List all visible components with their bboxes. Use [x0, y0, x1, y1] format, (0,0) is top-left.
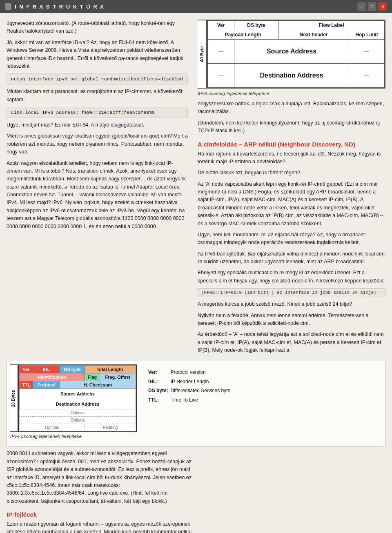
- para-2: Jó, akkor mi van az Interface ID-val? Az…: [7, 39, 188, 71]
- ipv6-byte-label: 40 Byte: [198, 20, 207, 89]
- ipv4-sourceaddr: Source Address: [20, 389, 136, 399]
- right-column: 40 Byte Ver DS byte Flow Label Payload L…: [194, 20, 385, 358]
- ipv6-cell-destaddr: Destination Address: [234, 64, 349, 88]
- ipv6-caption: IPv6-csomag fejlécének felépítése: [198, 91, 385, 96]
- ipv4-row-5: Destination Address: [20, 399, 136, 409]
- ipv4-options-2: Options: [20, 417, 136, 424]
- ipv4-flag: Flag: [85, 373, 100, 381]
- para-1: úgynevezett zónaazonosító. (A route-tábl…: [7, 20, 188, 36]
- ipv4-identification: Identification: [20, 373, 85, 381]
- right-para-2: (Gondolom, nem kell külön kihangsúlyozno…: [198, 119, 385, 135]
- ipv6-cell-nextheader: Next header: [278, 30, 349, 40]
- title-bar: I N F R A S T R U K T Ú R A — □ ✕: [0, 0, 392, 13]
- bottom-section: 20 Bytes Ver IHL DS byte total Length Id…: [0, 361, 392, 533]
- legend-val-ihl: IP Header Length: [171, 377, 233, 386]
- left-column: úgynevezett zónaazonosító. (A route-tábl…: [7, 20, 194, 358]
- right-para-1: négyszeresükre nőttek, a fejléc csak a d…: [198, 100, 385, 116]
- ipv4-row-4: Source Address: [20, 389, 136, 399]
- ipv6-cell-sourceaddr: Source Address: [234, 40, 349, 64]
- section-heading-arp: A címfeloldás – ARP nélkül (Neighbour Di…: [198, 141, 385, 148]
- ipv4-wrapper: 20 Bytes Ver IHL DS byte total Length Id…: [10, 364, 137, 432]
- arp-para-5: Az IPv6-ban újítottak. Bár eljátszhatták…: [198, 250, 385, 266]
- minimize-button[interactable]: —: [357, 2, 366, 11]
- legend-val-ver: Protocol version: [171, 368, 233, 377]
- arp-para-4: Ugye, nem kell mondanom, mi az eljárás h…: [198, 231, 385, 247]
- ipv6-table: Ver DS byte Flow Label Payload Length Ne…: [207, 20, 385, 89]
- code-block-1: netsh interface ipv6 set global randomiz…: [7, 73, 188, 84]
- ipv4-ihl: IHL: [33, 366, 60, 373]
- ipv4-options-3: Options Padding: [20, 424, 136, 431]
- ipv4-section: 20 Bytes Ver IHL DS byte total Length Id…: [7, 361, 385, 446]
- ipv6-row-3: — Source Address —: [208, 40, 385, 64]
- para-3: Miután kiadtam ezt a parancsot, és megúj…: [7, 88, 188, 104]
- window-controls: — □ ✕: [357, 2, 387, 11]
- ipv6-cell-dash4: —: [349, 64, 385, 88]
- close-button[interactable]: ✕: [378, 2, 387, 11]
- ipv4-destaddr: Destination Address: [20, 399, 136, 409]
- legend-key-dsbyte: DS byte:: [148, 386, 171, 395]
- arp-para-2: De előtte lássuk azt, hogyan is történt …: [198, 169, 385, 177]
- arp-para-3: Az 'A' node kapcsolatba akart lépni egy …: [198, 180, 385, 228]
- code-block-2: Link-local IPv6 Address: fe80::21e:8cff:…: [7, 107, 188, 118]
- ipv4-caption: IPv4-csomag fejlécének felépítése: [10, 434, 137, 439]
- ipv4-row-2: Identification Flag Frag. Offset: [20, 373, 136, 381]
- legend-key-ttl: TTL:: [148, 395, 171, 404]
- arp-para2-1: A megértés kulcsa a jobb szélső mező. Ki…: [198, 300, 385, 308]
- legend-table: Ver: Protocol version IHL: IP Header Len…: [148, 368, 233, 404]
- bottom-right: [200, 450, 385, 533]
- ipv4-diagram-col: 20 Bytes Ver IHL DS byte total Length Id…: [10, 364, 137, 443]
- arp-para2-3: Az érdeklődő – 'A' – node tehát legyártj…: [198, 331, 385, 354]
- ipv6-cell-dash1: —: [208, 40, 234, 64]
- bottom-left: 0000 0011 subnetben vagyok, akkor mi les…: [7, 450, 192, 533]
- legend-key-ver: Ver:: [148, 368, 171, 377]
- para-6: Aztán nagyon elszaladtunk amellett, hogy…: [7, 160, 188, 231]
- ipv4-byte-label: 20 Bytes: [10, 364, 18, 432]
- ipv4-fragoffset: Frag. Offset: [100, 373, 136, 381]
- app-icon: [5, 3, 11, 10]
- ipv4-row-1: Ver IHL DS byte total Length: [20, 366, 136, 373]
- ipv4-protocol: Protocol: [33, 381, 60, 389]
- ipv4-table: Ver IHL DS byte total Length Identificat…: [18, 364, 137, 432]
- highlight-box: |FF02::1:FF00:0 (104 bit) | az interface…: [198, 288, 385, 297]
- legend-val-dsbyte: Differentiated Services byte: [171, 386, 233, 395]
- ipv6-cell-dash3: —: [208, 64, 234, 88]
- maximize-button[interactable]: □: [368, 2, 376, 11]
- ipv6-cell-dash2: —: [349, 40, 385, 64]
- arp-para2-2: Nyilván nem a feladóé. Annak nem lenne s…: [198, 312, 385, 328]
- legend-val-ttl: Time To Live: [171, 395, 233, 404]
- legend-row-ver: Ver: Protocol version: [148, 368, 233, 377]
- para-5: Miért is nincs globálisan vagy lokálisan…: [7, 132, 188, 156]
- ipv6-row-4: — Destination Address —: [208, 64, 385, 88]
- ipv6-row-1: Ver DS byte Flow Label: [208, 21, 385, 30]
- ipv6-diagram-wrapper: 40 Byte Ver DS byte Flow Label Payload L…: [198, 20, 385, 89]
- ipv4-dsbyte: DS byte: [60, 366, 85, 373]
- legend-row-ihl: IHL: IP Header Length: [148, 377, 233, 386]
- bottom-left-para-1: 0000 0011 subnetben vagyok, akkor mi les…: [7, 450, 192, 505]
- ipv4-ttl: TTL: [20, 381, 33, 389]
- title-bar-text: I N F R A S T R U K T Ú R A: [15, 4, 354, 10]
- ipv4-legend: Ver: Protocol version IHL: IP Header Len…: [143, 364, 382, 443]
- ipv4-options-1: Options: [20, 409, 136, 417]
- para-4: Ugye, mindjárt más? Ez már EUI-64. A mat…: [7, 121, 188, 129]
- arp-para-1: Ha már rajtunk a búvárfelszerelés, ne fe…: [198, 150, 385, 166]
- legend-row-ttl: TTL: Time To Live: [148, 395, 233, 404]
- ipv6-cell-payloadlen: Payload Length: [208, 30, 278, 40]
- section-heading-ipfejlec: IP-fejlécek: [7, 511, 192, 518]
- ipv6-cell-dsbyte: DS byte: [234, 21, 278, 30]
- ipv4-ver: Ver: [20, 366, 33, 373]
- ipv4-row-3: TTL Protocol H. Checksum: [20, 381, 136, 389]
- two-col-bottom: 0000 0011 subnetben vagyok, akkor mi les…: [7, 450, 385, 533]
- legend-row-dsbyte: DS byte: Differentiated Services byte: [148, 386, 233, 395]
- bottom-left-heading-para-1: Ezen a részen gyorsan át fogunk rohanni …: [7, 520, 192, 533]
- ipv4-checksum: H. Checksum: [60, 381, 136, 389]
- legend-key-ihl: IHL:: [148, 377, 171, 386]
- arp-para-6: Ehelyett egy speciális multicast cím re …: [198, 269, 385, 285]
- ipv6-cell-flowlabel: Flow Label: [278, 21, 385, 30]
- main-content: úgynevezett zónaazonosító. (A route-tábl…: [0, 13, 392, 358]
- ipv6-cell-ver: Ver: [208, 21, 234, 30]
- ipv6-row-2: Payload Length Next header Hop Limit: [208, 30, 385, 40]
- ipv4-totallen: total Length: [85, 366, 136, 373]
- ipv6-cell-hoplimit: Hop Limit: [349, 30, 385, 40]
